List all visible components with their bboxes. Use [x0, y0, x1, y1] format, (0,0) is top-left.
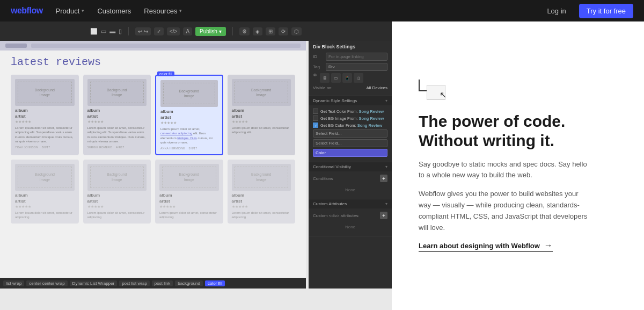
dynamic-checkbox-1[interactable] [313, 109, 318, 114]
visibility-value: All Devices [366, 85, 387, 90]
layout-button[interactable]: ⊞ [266, 27, 275, 35]
card-text-1: Lorem ipsum dolor sit amet, consectetur … [15, 126, 75, 144]
custom-attrs-section: Custom <div> attributes: + None [309, 208, 392, 236]
custom-attrs-header[interactable]: Custom Attributes ▾ [309, 199, 392, 208]
conditional-header[interactable]: Conditional Visibility ▾ [309, 162, 392, 171]
card-author-3: ANNA HERMIONE 3/8/17 [160, 147, 218, 150]
field-select-1[interactable]: Select Field... [313, 129, 387, 138]
card-link-2[interactable]: tristique. Duis [177, 136, 196, 140]
learn-link[interactable]: Learn about designing with Webflow → [419, 241, 553, 252]
toolbar-separator-2 [232, 27, 233, 35]
main-layout: ⬜ ▭ ▬ ▯ ↩ ↪ ✓ </> A Publish ▾ ⚙ ◈ ⊞ [0, 21, 644, 310]
interact-button[interactable]: ⟳ [279, 27, 288, 35]
conditional-title: Conditional Visibility [313, 164, 351, 169]
tag-dynamic-wrapper[interactable]: Dynamic List Wrapper [70, 280, 118, 286]
review-card-1[interactable]: BackgroundImage album artist ★★★★★ Lorem… [11, 75, 79, 155]
visibility-label: Visible on: [313, 85, 333, 90]
add-condition-button[interactable]: + [380, 175, 387, 182]
main-headline: The power of code.Without writing it. [419, 112, 617, 150]
tag-post-link[interactable]: post link [152, 280, 173, 286]
add-attr-button[interactable]: + [380, 212, 387, 219]
code-button[interactable]: </> [167, 27, 180, 35]
field-select-wrap-3: Color [313, 149, 387, 158]
export-button[interactable]: ⬡ [291, 27, 302, 35]
review-grid-top: BackgroundImage album artist ★★★★★ Lorem… [11, 75, 295, 155]
dynamic-checkbox-2[interactable] [313, 116, 318, 121]
nav-item-resources[interactable]: Resources ▾ [144, 7, 182, 15]
main-desc-2: Webflow gives you the power to build web… [419, 189, 590, 233]
card-album-4: album [232, 108, 291, 113]
nav-product-label: Product [56, 7, 80, 15]
field-select-color[interactable]: Color [313, 149, 387, 157]
tag-color-fill[interactable]: color fill [205, 280, 225, 286]
editor-toolbar: ⬜ ▭ ▬ ▯ ↩ ↪ ✓ </> A Publish ▾ ⚙ ◈ ⊞ [0, 21, 392, 41]
tag-center-wrap[interactable]: center center wrap [26, 280, 67, 286]
navbar: webflow Product ▾ Customers Resources ▾ … [0, 0, 644, 21]
phone-vis-icon[interactable]: 📱 [342, 73, 352, 83]
dynamic-style-section: Get Text Color From: Song Review Get BG … [309, 105, 392, 162]
phone-portrait-icon[interactable]: ▯ [119, 28, 122, 35]
settings-button[interactable]: ⚙ [239, 27, 250, 35]
phone-landscape-icon[interactable]: ▬ [109, 28, 115, 34]
toolbar-actions: ↩ ↪ ✓ </> A Publish ▾ [135, 27, 226, 36]
desktop-icon[interactable]: ⬜ [90, 28, 98, 35]
publish-button[interactable]: Publish ▾ [195, 27, 226, 36]
desktop-vis-icon[interactable]: 🖥 [320, 73, 330, 83]
conditional-section: Conditions + None [309, 171, 392, 199]
card-thumb-b2: BackgroundImage [87, 164, 147, 191]
nav-item-customers[interactable]: Customers [97, 7, 131, 15]
tag-post-list-wrap[interactable]: post list wrap [119, 280, 150, 286]
nav-logo[interactable]: webflow [11, 6, 43, 16]
card-text-4: Lorem ipsum dolor sit amet, consectetur … [232, 126, 291, 135]
card-author-1: YOAV JOHNSON 3/8/17 [15, 146, 75, 149]
check-button[interactable]: ✓ [154, 27, 164, 35]
main-desc-1: Say goodbye to static mocks and spec doc… [419, 159, 590, 182]
card-text-2: Lorem ipsum dolor sit amet, consectetur … [87, 126, 147, 144]
tablet-vis-icon[interactable]: ▭ [331, 73, 341, 83]
review-card-bottom-1: BackgroundImage album artist ★★★★★ Lorem… [11, 160, 79, 224]
nav-login-button[interactable]: Log in [547, 7, 566, 15]
learn-link-text: Learn about designing with Webflow [419, 242, 540, 250]
id-label: ID [313, 54, 324, 59]
card-stars-2: ★★★★★ [87, 120, 147, 124]
style-button[interactable]: ◈ [253, 27, 262, 35]
nav-item-product[interactable]: Product ▾ [56, 7, 85, 15]
custom-div-label: Custom <div> attributes: [313, 213, 360, 218]
tag-select[interactable]: Div [326, 63, 387, 71]
id-input[interactable] [326, 53, 387, 61]
right-toolbar-actions: ⚙ ◈ ⊞ ⟳ ⬡ [239, 27, 302, 35]
card-album-2: album [87, 108, 147, 113]
right-content: ↖ The power of code.Without writing it. … [392, 21, 644, 310]
tablet-icon[interactable]: ▭ [101, 28, 106, 35]
dynamic-style-title: Dynamic Style Settings [313, 98, 357, 103]
card-artist-2: artist [87, 114, 147, 119]
nav-cta-button[interactable]: Try it for free [579, 4, 633, 18]
card-link-1[interactable]: consectetur adipiscing [160, 132, 192, 135]
small-phone-vis-icon[interactable]: ▯ [354, 73, 363, 83]
dynamic-text-2: Get BG Image From: [320, 116, 358, 121]
tag-list-wrap[interactable]: list wrap [3, 280, 24, 286]
text-button[interactable]: A [183, 27, 192, 35]
dynamic-source-1: Song Review [358, 109, 384, 114]
review-card-2[interactable]: BackgroundImage album artist ★★★★★ Lorem… [83, 75, 151, 155]
settings-panel: Div Block Settings ID Tag Div 👁 [309, 41, 392, 289]
card-album-3: album [160, 109, 218, 114]
dynamic-checkbox-3[interactable] [313, 122, 318, 128]
card-thumb-3: BackgroundImage [160, 80, 218, 107]
latest-reviews-title: latest reviews [11, 56, 295, 68]
card-author-2: SERGIE ROMERO 4/4/17 [87, 146, 147, 149]
undo-button[interactable]: ↩ ↪ [135, 27, 151, 35]
field-select-wrap-1: Select Field... [313, 129, 387, 139]
dynamic-style-header[interactable]: Dynamic Style Settings ▾ [309, 96, 392, 105]
tag-background[interactable]: background [175, 280, 203, 286]
card-stars-3: ★★★★★ [160, 121, 218, 125]
field-select-2[interactable]: Select Field... [313, 139, 387, 147]
conditional-chevron-icon: ▾ [385, 164, 387, 169]
card-thumb-b1: BackgroundImage [15, 164, 75, 191]
publish-chevron: ▾ [219, 28, 222, 34]
nav-customers-label: Customers [97, 7, 131, 15]
review-card-4[interactable]: BackgroundImage album artist ★★★★★ Lorem… [228, 75, 296, 155]
card-artist-4: artist [232, 114, 291, 119]
review-card-3-selected[interactable]: color fill BackgroundImage album artist … [155, 75, 223, 155]
eye-icon: 👁 [313, 73, 317, 83]
